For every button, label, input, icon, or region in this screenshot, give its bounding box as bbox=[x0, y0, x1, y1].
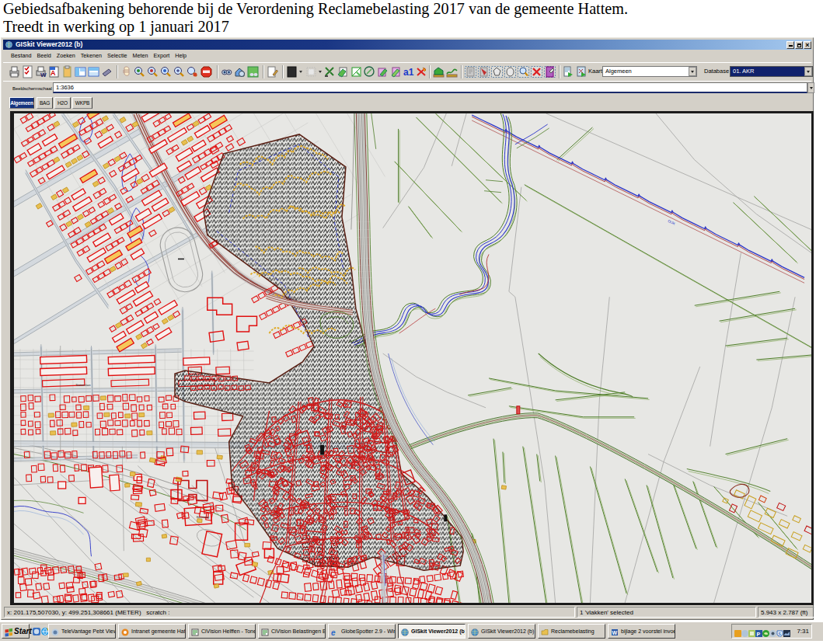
svg-text:Stationslaan: Stationslaan bbox=[76, 384, 91, 387]
svg-text:W: W bbox=[612, 630, 618, 635]
svg-text:e: e bbox=[331, 628, 336, 636]
svg-text:P: P bbox=[757, 632, 761, 637]
svg-text:a1: a1 bbox=[403, 67, 414, 78]
svg-text:Hanzeweg: Hanzeweg bbox=[197, 516, 209, 519]
svg-text:A: A bbox=[51, 69, 56, 77]
svg-text:W: W bbox=[40, 71, 47, 78]
